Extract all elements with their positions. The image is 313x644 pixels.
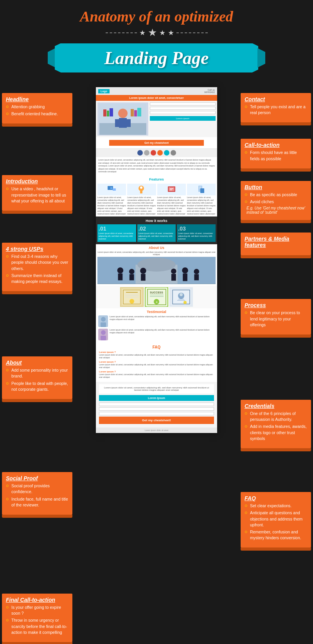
- social-proof-box-title: Social Proof: [6, 475, 68, 481]
- svg-rect-38: [183, 273, 187, 281]
- lp-lorem-block: Lorem ipsum dolor sit amet, consectetur …: [96, 157, 217, 175]
- svg-point-64: [101, 330, 106, 335]
- headline-annotation: Headline Attention grabbing Benefit orie…: [2, 93, 72, 128]
- svg-rect-10: [134, 110, 137, 116]
- partner-icon-5: [164, 150, 169, 156]
- lp-about-title: About Us: [97, 246, 216, 250]
- lp-final-field-3[interactable]: [99, 412, 214, 415]
- lp-hero-image: [97, 102, 148, 136]
- svg-point-47: [130, 299, 134, 304]
- svg-text:★: ★: [155, 301, 157, 303]
- lp-final-offer-btn[interactable]: Lorem Ipsum: [99, 395, 214, 401]
- lp-feature-2: Lorem ipsum dolor sit amet, consectetur …: [127, 184, 156, 215]
- button-annotation: Button Be as specific as possible Avoid …: [241, 181, 311, 225]
- lp-step-num-1: .01: [99, 226, 135, 231]
- star-2: ★: [148, 27, 157, 39]
- lp-feature-text-1: Lorem ipsum dolor sit amet, consectetur …: [97, 196, 126, 215]
- lp-form-field-3[interactable]: [150, 111, 216, 114]
- lp-about-image: [97, 257, 216, 284]
- faq-box-title: FAQ: [245, 495, 307, 501]
- svg-rect-3: [119, 118, 127, 128]
- usps-annotation: 4 strong USPs Find out 3-4 reasons why p…: [2, 243, 72, 296]
- lp-final-field-2[interactable]: [99, 407, 214, 411]
- svg-rect-23: [200, 188, 204, 193]
- svg-point-16: [140, 186, 142, 189]
- about-annotation: About Add some personality into your bra…: [2, 356, 72, 404]
- lp-form-field-1[interactable]: [150, 102, 216, 106]
- lp-phone: Call us 98765432: [204, 89, 215, 93]
- faq-item-3: Remember, confusion and mystery hinders …: [245, 529, 307, 541]
- process-box: Process Be clear on your process to lend…: [241, 299, 311, 335]
- svg-rect-5: [126, 119, 131, 127]
- deco-line-right: [176, 32, 208, 33]
- lp-form-field-2[interactable]: [150, 107, 216, 110]
- lp-steps: .01 Lorem ipsum dolor sit amet, consecte…: [97, 224, 216, 242]
- lp-testimonial-item-2: Lorem ipsum dolor sit amet, consectetur …: [98, 329, 215, 340]
- svg-rect-34: [141, 274, 146, 281]
- star-3: ★: [159, 29, 165, 37]
- process-annotation: Process Be clear on your process to lend…: [241, 299, 311, 339]
- svg-point-33: [140, 268, 146, 274]
- lp-cred-1: [120, 287, 144, 307]
- lp-feature-icon-3: [157, 184, 186, 195]
- final-cta-box: Final Call-to-action Is your offer going…: [2, 594, 72, 642]
- svg-point-39: [194, 269, 199, 274]
- svg-rect-40: [194, 274, 199, 280]
- lp-cta-btn[interactable]: Get my cheatsheet: [109, 140, 204, 146]
- social-proof-item-1: Social proof provides confidence.: [6, 483, 68, 495]
- social-proof-item-2: Include face, full name and title of the…: [6, 496, 68, 508]
- lp-features-title: Features: [96, 175, 217, 182]
- lp-feature-1: Lorem ipsum dolor sit amet, consectetur …: [97, 184, 126, 215]
- headline-box-title: Headline: [6, 96, 68, 102]
- final-cta-box-title: Final Call-to-action: [6, 597, 68, 603]
- credentials-item-2: Add in media features, awards, clients l…: [245, 424, 307, 442]
- lp-phone-number: 98765432: [204, 91, 215, 93]
- final-cta-annotation: Final Call-to-action Is your offer going…: [2, 594, 72, 644]
- banner-title: Landing Page: [104, 48, 209, 68]
- lp-final-field-1[interactable]: [99, 402, 214, 406]
- contact-item-1: Tell people you exist and are a real per…: [245, 104, 307, 116]
- svg-rect-9: [131, 109, 134, 116]
- lp-testimonial-title: Testimonial: [98, 310, 215, 314]
- lp-how-section: How it works .01 Lorem ipsum dolor sit a…: [96, 216, 217, 244]
- social-proof-annotation: Social Proof Social proof provides confi…: [2, 472, 72, 519]
- svg-rect-45: [125, 295, 139, 296]
- lp-step-num-2: .02: [139, 226, 175, 231]
- lp-final-cta: Lorem ipsum dolor sit amet, consectetur …: [96, 382, 217, 428]
- lp-testimonial-text-2: Lorem ipsum dolor sit amet, consectetur …: [110, 329, 215, 334]
- lp-feature-text-3: Lorem ipsum dolor sit amet, consectetur …: [157, 196, 186, 215]
- lp-about: About Us Lorem ipsum dolor sit amet, con…: [96, 244, 217, 286]
- about-box: About Add some personality into your bra…: [2, 356, 72, 399]
- faq-annotation: FAQ Set clear expectations. Anticipate a…: [241, 492, 311, 552]
- svg-rect-6: [103, 109, 106, 116]
- svg-rect-11: [137, 108, 141, 116]
- lp-feature-icon-4: [187, 184, 216, 195]
- credentials-box-title: Credentials: [245, 403, 307, 409]
- lp-feature-text-4: Lorem ipsum dolor sit amet, consectetur …: [187, 196, 216, 215]
- banner-right-tab: [257, 48, 265, 68]
- star-1: ★: [139, 29, 146, 37]
- lp-final-submit-btn[interactable]: Get my cheatsheet!: [99, 417, 214, 424]
- stars-decoration: ★ ★ ★ ★: [4, 27, 309, 39]
- svg-rect-30: [118, 273, 123, 280]
- lp-form-btn[interactable]: Lorem ipsum: [150, 116, 216, 121]
- svg-text:SUCCESS: SUCCESS: [150, 291, 163, 294]
- lp-footer: Lorem ipsum dolor sit amet: [96, 428, 217, 433]
- lp-faq-a-1: Lorem ipsum dolor sit amet, consectetur …: [99, 354, 214, 359]
- lp-faq-title: FAQ: [99, 345, 214, 349]
- faq-item-2: Anticipate all questions and objections …: [245, 510, 307, 528]
- lp-about-text: Lorem ipsum dolor sit amet, consectetur …: [97, 251, 216, 256]
- svg-rect-13: [110, 187, 112, 189]
- svg-rect-4: [115, 119, 120, 127]
- usps-item-1: Find out 3-4 reasons why people should c…: [6, 254, 68, 272]
- partner-icon-3: [151, 150, 156, 156]
- contact-annotation: Contact Tell people you exist and are a …: [241, 93, 311, 127]
- lp-faq-q-2: Lorem ipsum ?: [99, 361, 214, 363]
- lp-step-num-3: .03: [178, 226, 214, 231]
- lp-logo: Logo: [98, 89, 110, 93]
- svg-point-31: [129, 269, 135, 274]
- cta-box-title: Call-to-action: [245, 142, 307, 148]
- lp-step-2: .02 Lorem ipsum dolor sit amet, consecte…: [137, 224, 176, 242]
- star-4: ★: [168, 29, 174, 37]
- final-cta-item-2: Throw in some urgency or scarcity before…: [6, 617, 68, 635]
